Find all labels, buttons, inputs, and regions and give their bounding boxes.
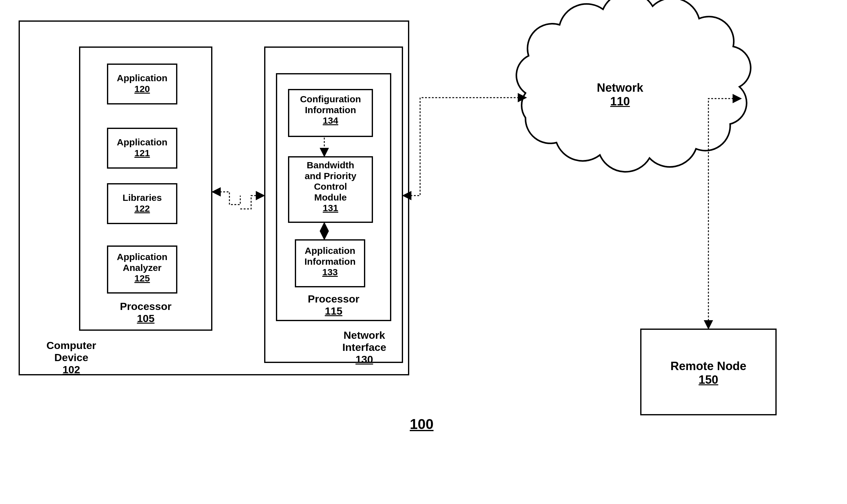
remote-node-label: Remote Node 150 xyxy=(640,360,777,386)
network-interface-label: NetworkInterface 130 xyxy=(326,329,403,365)
bpc-131-ref: 131 xyxy=(323,203,338,213)
libraries-122-ref: 122 xyxy=(134,203,150,214)
config-134-label: ConfigurationInformation 134 xyxy=(288,94,373,126)
app-121-title: Application xyxy=(117,137,167,147)
bpc-131-title: Bandwidthand PriorityControlModule xyxy=(305,160,357,202)
appinfo-133-ref: 133 xyxy=(322,267,338,277)
app-120-ref: 120 xyxy=(134,84,150,94)
network-ref: 110 xyxy=(610,95,630,108)
network-interface-ref: 130 xyxy=(356,353,373,365)
app-120-title: Application xyxy=(117,73,167,83)
app-120-label: Application 120 xyxy=(107,73,177,94)
processor-115-label: Processor 115 xyxy=(276,293,391,317)
diagram-stage: ComputerDevice 102 Processor 105 Applica… xyxy=(0,0,847,504)
processor-115-ref: 115 xyxy=(325,305,343,317)
processor-115-title: Processor xyxy=(308,293,359,305)
appinfo-133-title: ApplicationInformation xyxy=(304,246,356,267)
analyzer-125-label: ApplicationAnalyzer 125 xyxy=(107,252,177,284)
figure-ref: 100 xyxy=(397,416,447,432)
app-121-label: Application 121 xyxy=(107,137,177,158)
remote-node-title: Remote Node xyxy=(671,360,746,373)
processor-105-label: Processor 105 xyxy=(79,300,212,325)
computer-device-label: ComputerDevice 102 xyxy=(40,339,102,376)
config-134-title: ConfigurationInformation xyxy=(300,94,361,115)
appinfo-133-label: ApplicationInformation 133 xyxy=(295,246,365,278)
libraries-122-title: Libraries xyxy=(123,193,162,203)
figure-ref-number: 100 xyxy=(410,416,434,432)
analyzer-125-ref: 125 xyxy=(134,273,150,283)
remote-node-ref: 150 xyxy=(699,373,718,386)
processor-105-title: Processor xyxy=(120,300,172,312)
computer-device-ref: 102 xyxy=(62,364,80,375)
network-label: Network 110 xyxy=(555,81,685,108)
processor-105-ref: 105 xyxy=(137,312,155,324)
network-title: Network xyxy=(597,81,643,94)
bpc-131-label: Bandwidthand PriorityControlModule 131 xyxy=(288,160,373,214)
app-121-ref: 121 xyxy=(134,148,150,158)
computer-device-title: ComputerDevice xyxy=(47,339,96,363)
libraries-122-label: Libraries 122 xyxy=(107,193,177,214)
config-134-ref: 134 xyxy=(323,115,338,126)
network-interface-title: NetworkInterface xyxy=(342,329,386,353)
analyzer-125-title: ApplicationAnalyzer xyxy=(117,252,167,273)
